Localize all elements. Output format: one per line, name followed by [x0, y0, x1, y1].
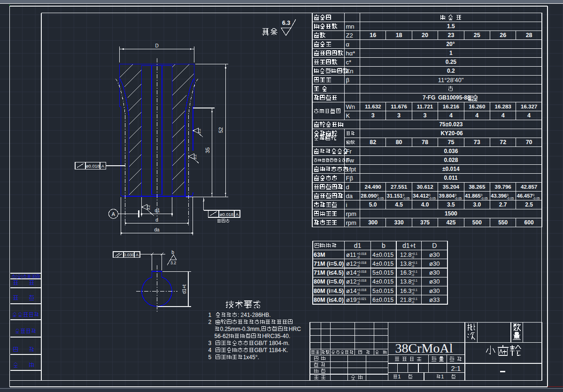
svg-text:Fβ: Fβ: [346, 175, 353, 182]
svg-text:21.8: 21.8: [400, 297, 411, 303]
svg-text:K: K: [346, 112, 350, 119]
svg-text:500: 500: [472, 219, 482, 226]
svg-text:5±0.015: 5±0.015: [372, 269, 393, 276]
svg-text:300: 300: [368, 219, 378, 226]
svg-text:1x45°.: 1x45°.: [243, 354, 259, 361]
svg-text:1: 1: [441, 374, 444, 379]
svg-text:5±0.015: 5±0.015: [372, 288, 393, 294]
svg-text:ø0.018: ø0.018: [86, 163, 100, 169]
svg-text:ø19: ø19: [346, 296, 356, 303]
svg-text:3.0: 3.0: [473, 201, 481, 208]
svg-text:Fw: Fw: [346, 157, 355, 164]
svg-text:16.216: 16.216: [443, 104, 459, 109]
svg-text:d: d: [346, 184, 349, 191]
svg-text:80M (i≤4.0): 80M (i≤4.0): [314, 297, 344, 303]
svg-text:2: 2: [208, 319, 212, 325]
svg-text:A: A: [236, 212, 239, 217]
svg-text:ø30: ø30: [429, 287, 440, 294]
svg-text:70: 70: [526, 139, 532, 146]
svg-text:39.804: 39.804: [439, 193, 455, 199]
svg-text:GB10095-88: GB10095-88: [438, 94, 470, 101]
svg-text:34.412: 34.412: [413, 193, 429, 199]
svg-text:rpm: rpm: [346, 219, 356, 226]
svg-text:4.5: 4.5: [395, 201, 403, 208]
svg-text:56-62: 56-62: [215, 333, 229, 339]
svg-text:-0: -0: [411, 273, 414, 277]
svg-text:4: 4: [449, 112, 453, 119]
svg-text:20°: 20°: [446, 41, 455, 47]
svg-text:ø30: ø30: [429, 251, 440, 258]
svg-text:0.028: 0.028: [444, 157, 458, 163]
svg-text:d1: d1: [354, 242, 362, 249]
svg-text:20: 20: [422, 32, 428, 38]
svg-text:c*: c*: [346, 59, 352, 66]
svg-text:1: 1: [398, 374, 401, 379]
svg-text:i: i: [346, 201, 347, 208]
svg-text:-0.05: -0.05: [481, 197, 488, 200]
svg-text:-0: -0: [357, 255, 360, 259]
svg-text:2.5: 2.5: [525, 201, 533, 208]
svg-text:0.036: 0.036: [444, 148, 458, 154]
svg-text:3.2: 3.2: [193, 154, 197, 159]
svg-text:D: D: [432, 242, 437, 249]
svg-text:0: 0: [481, 193, 483, 197]
svg-text:±0.014: ±0.014: [442, 166, 460, 172]
svg-text:0: 0: [455, 193, 456, 197]
svg-text:(: (: [15, 274, 17, 279]
svg-text:26: 26: [500, 32, 506, 38]
svg-text:-0.05: -0.05: [507, 197, 514, 200]
svg-text:Z2: Z2: [346, 32, 353, 39]
svg-text:ø30: ø30: [429, 269, 440, 276]
svg-text:23: 23: [447, 32, 454, 38]
svg-text:+0.018: +0.018: [357, 270, 366, 273]
svg-text:18: 18: [396, 32, 402, 38]
svg-text:ø33: ø33: [429, 296, 440, 303]
svg-text:-0: -0: [411, 264, 414, 268]
svg-text:-0.072: -0.072: [468, 95, 478, 99]
svg-text:41.865: 41.865: [465, 193, 481, 199]
svg-text:4: 4: [475, 112, 478, 119]
svg-text:α: α: [346, 41, 350, 48]
svg-text:11°28'40": 11°28'40": [438, 77, 464, 84]
svg-text:3.2: 3.2: [170, 261, 176, 265]
svg-text:12.8: 12.8: [400, 252, 411, 258]
svg-text:24.490: 24.490: [365, 184, 381, 190]
svg-text:GB/T 1804-m.: GB/T 1804-m.: [254, 340, 289, 346]
svg-text:42.857: 42.857: [521, 184, 537, 190]
svg-text:+0.1: +0.1: [411, 297, 417, 300]
svg-text:2.7: 2.7: [499, 201, 507, 208]
svg-text:3: 3: [208, 340, 212, 346]
svg-text:7-FG: 7-FG: [423, 94, 435, 101]
svg-text:4: 4: [208, 347, 212, 354]
svg-text:28.090: 28.090: [361, 193, 377, 199]
svg-text:46.457: 46.457: [517, 193, 533, 199]
svg-text:0: 0: [533, 193, 535, 197]
svg-text:-0.142: -0.142: [468, 99, 478, 102]
svg-text:HRC: HRC: [289, 326, 301, 332]
svg-text:hα*: hα*: [346, 50, 355, 57]
svg-text:d1+t: d1+t: [182, 284, 187, 294]
svg-text:ø11: ø11: [346, 251, 356, 258]
svg-text:31.151: 31.151: [387, 193, 403, 199]
svg-text:ø12: ø12: [346, 260, 356, 267]
svg-text:-0: -0: [357, 292, 360, 295]
svg-text:1500: 1500: [445, 210, 457, 217]
svg-text:13.8: 13.8: [400, 278, 411, 285]
svg-text:43.396: 43.396: [491, 193, 507, 199]
svg-text:0.25: 0.25: [446, 59, 457, 65]
svg-text:KY20-06: KY20-06: [440, 130, 463, 137]
svg-text:0: 0: [507, 193, 509, 197]
svg-text:+0.018: +0.018: [357, 279, 366, 282]
svg-text:A: A: [136, 253, 139, 257]
svg-text:+0.1: +0.1: [411, 252, 417, 255]
svg-text:3.2: 3.2: [197, 129, 201, 133]
svg-text:600: 600: [524, 219, 534, 226]
svg-text:27.551: 27.551: [391, 184, 408, 190]
svg-text:2:1: 2:1: [451, 364, 461, 372]
svg-text:ø12: ø12: [346, 278, 356, 285]
svg-text:+0.021: +0.021: [357, 297, 366, 300]
svg-text:3: 3: [397, 112, 401, 119]
svg-text:Xn: Xn: [346, 68, 354, 75]
svg-text:0: 0: [377, 193, 378, 197]
svg-text:16.260: 16.260: [469, 104, 485, 109]
